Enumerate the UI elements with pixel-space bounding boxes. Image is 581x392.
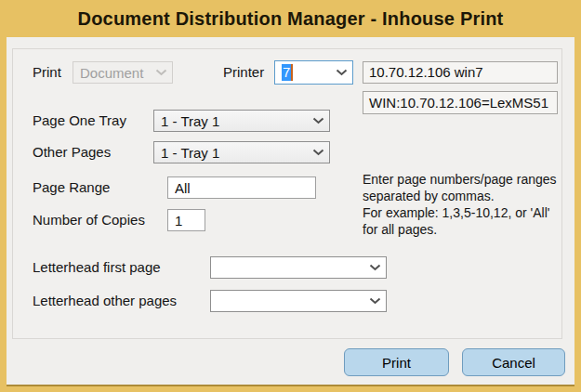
copies-label: Number of Copies xyxy=(33,209,145,231)
text-caret xyxy=(291,64,293,81)
chevron-down-icon[interactable] xyxy=(369,264,381,271)
page-one-tray-label: Page One Tray xyxy=(33,110,126,132)
other-pages-tray-value: 1 - Tray 1 xyxy=(161,145,219,161)
printer-dropdown[interactable]: 7 xyxy=(274,60,353,85)
chevron-down-icon[interactable] xyxy=(312,117,324,124)
other-pages-tray-dropdown[interactable]: 1 - Tray 1 xyxy=(153,141,330,163)
document-distribution-manager-window: Document Distribution Manager - Inhouse … xyxy=(0,0,581,392)
page-range-help-text: Enter page numbers/page ranges separated… xyxy=(363,171,569,238)
printer-connection-field: WIN:10.70.12.106=LexMS51 xyxy=(363,91,558,114)
chevron-down-icon[interactable] xyxy=(336,69,348,76)
chevron-down-icon[interactable] xyxy=(312,149,324,156)
printer-label: Printer xyxy=(223,61,264,84)
copies-input[interactable] xyxy=(167,209,205,231)
letterhead-first-dropdown[interactable] xyxy=(210,256,387,279)
letterhead-other-dropdown[interactable] xyxy=(210,290,387,312)
print-dropdown: Document xyxy=(73,61,173,84)
page-range-label: Page Range xyxy=(33,176,110,199)
print-button[interactable]: Print xyxy=(344,348,449,376)
letterhead-other-label: Letterhead other pages xyxy=(33,290,177,312)
page-one-tray-dropdown[interactable]: 1 - Tray 1 xyxy=(153,110,330,132)
chevron-down-icon xyxy=(155,69,167,76)
letterhead-first-label: Letterhead first page xyxy=(33,256,161,279)
print-dropdown-value: Document xyxy=(80,65,143,81)
page-range-input[interactable] xyxy=(167,176,316,199)
window-title: Document Distribution Manager - Inhouse … xyxy=(78,8,504,30)
title-bar: Document Distribution Manager - Inhouse … xyxy=(0,0,581,37)
page-one-tray-value: 1 - Tray 1 xyxy=(161,113,219,129)
dialog-body: Print Document Printer 7 10.70.12.106 wi… xyxy=(7,37,574,385)
print-label: Print xyxy=(33,61,61,84)
cancel-button[interactable]: Cancel xyxy=(462,348,565,376)
other-pages-label: Other Pages xyxy=(33,141,111,163)
printer-address-field: 10.70.12.106 win7 xyxy=(363,61,558,84)
printer-dropdown-value: 7 xyxy=(282,64,291,81)
chevron-down-icon[interactable] xyxy=(369,297,381,305)
